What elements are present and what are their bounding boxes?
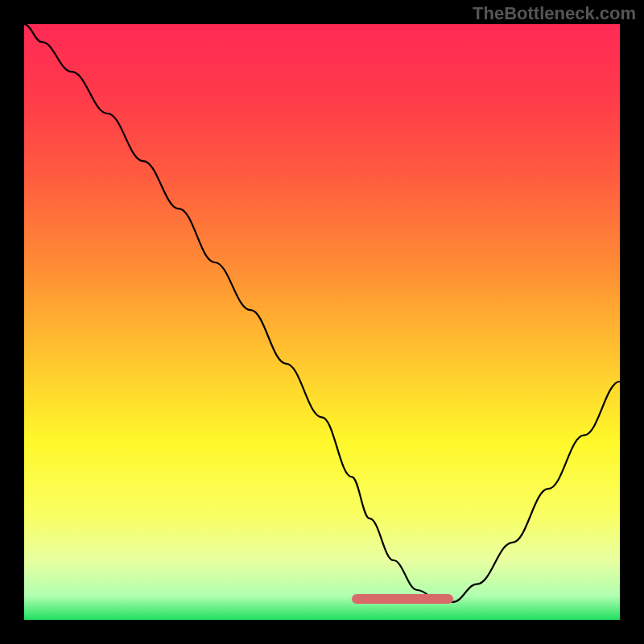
watermark-text: TheBottleneck.com <box>473 3 636 24</box>
optimum-highlight <box>352 594 453 604</box>
bottleneck-curve <box>24 24 620 620</box>
plot-area <box>24 24 620 620</box>
